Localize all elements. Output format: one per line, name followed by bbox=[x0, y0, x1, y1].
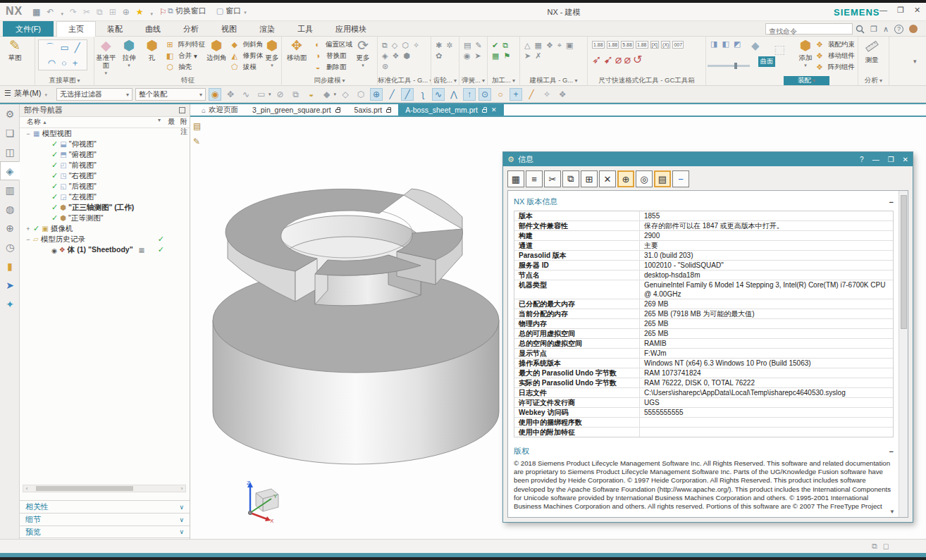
tree-item[interactable]: ◱ "后视图" bbox=[20, 181, 190, 192]
minimize-ribbon-icon[interactable]: ∧ bbox=[883, 25, 889, 34]
paste-icon[interactable]: ⊞ bbox=[581, 170, 598, 187]
ribbon-tab[interactable]: 装配 bbox=[96, 21, 134, 37]
scroll-right-icon[interactable]: › bbox=[178, 485, 185, 492]
dim-format-chip[interactable]: 1.88 bbox=[592, 41, 605, 49]
dim-format-icon[interactable]: ↺ bbox=[633, 53, 642, 66]
check-icon[interactable] bbox=[51, 182, 58, 191]
measure-button[interactable]: 测量 bbox=[858, 37, 885, 63]
group-label-standardize[interactable]: 标准化工具 - G... bbox=[378, 76, 431, 85]
ribbon-tab[interactable]: 主页 bbox=[56, 21, 96, 37]
group-label-modeling-tools[interactable]: 建模工具 - G... bbox=[520, 76, 587, 85]
ribbon-tab[interactable]: 应用模块 bbox=[324, 21, 378, 37]
surface-mode-chip[interactable]: 曲面 bbox=[758, 56, 775, 67]
center-snap-icon[interactable]: ⊙ bbox=[479, 88, 491, 101]
roles-icon[interactable]: ✦ bbox=[0, 294, 20, 313]
standardize-tool-icon[interactable]: ⬡ bbox=[402, 41, 409, 50]
search-icon[interactable] bbox=[856, 25, 865, 34]
undo-icon[interactable]: ↶ bbox=[47, 6, 54, 18]
wireframe-icon[interactable]: ◇ bbox=[339, 88, 352, 101]
sketch-tool-icon[interactable]: ○ bbox=[61, 58, 67, 68]
select-lasso-icon[interactable]: ∿ bbox=[240, 88, 252, 101]
select-group-icon[interactable]: ⧉ bbox=[290, 88, 302, 101]
caret-icon[interactable] bbox=[60, 6, 63, 18]
dim-format-chip[interactable]: 5.88 bbox=[621, 41, 634, 49]
caret-icon[interactable]: ▾ bbox=[334, 92, 337, 97]
line-snap-icon[interactable]: ╱ bbox=[385, 88, 398, 101]
replace-face-button[interactable]: ◑替换面 bbox=[311, 50, 352, 61]
modeling-tool-icon[interactable]: △ bbox=[524, 41, 530, 50]
ribbon-overflow-icon[interactable]: ▾ bbox=[913, 58, 917, 65]
snap-options-icon[interactable]: ◆ bbox=[321, 88, 333, 101]
standardize-tool-icon[interactable]: ✧ bbox=[413, 41, 419, 50]
command-finder-icon[interactable]: ⚐ bbox=[159, 6, 167, 18]
dim-format-icon[interactable]: ⌀ bbox=[615, 53, 622, 66]
save-icon[interactable]: ▦ bbox=[507, 170, 524, 187]
section-collapse-icon[interactable]: − bbox=[889, 198, 894, 206]
machining-tool-icon[interactable]: ▦ bbox=[492, 51, 499, 61]
spline-snap-icon[interactable]: ∿ bbox=[432, 88, 445, 101]
group-label-gear[interactable]: 齿轮... bbox=[431, 76, 459, 85]
machining-tool-icon[interactable]: ⧉ bbox=[502, 41, 508, 50]
navigator-section-header[interactable]: 预览 bbox=[20, 525, 190, 538]
check-icon[interactable] bbox=[51, 213, 58, 223]
dialog-close-button[interactable]: ✕ bbox=[903, 156, 908, 163]
close-button[interactable]: ✕ bbox=[914, 6, 920, 15]
chamfer-button[interactable]: ◆倒斜角 bbox=[228, 39, 264, 50]
view-section-icon[interactable]: ◧ bbox=[722, 39, 729, 49]
save-icon[interactable]: ▦ bbox=[32, 6, 40, 18]
locate-in-window-icon[interactable]: ⊕ bbox=[617, 170, 634, 187]
gear-tool-icon[interactable]: ✿ bbox=[436, 51, 442, 61]
scrollbar-thumb[interactable] bbox=[36, 486, 133, 491]
selection-scope-dropdown[interactable]: 整个装配 bbox=[135, 88, 206, 101]
check-icon[interactable] bbox=[51, 171, 58, 180]
modeling-tool-icon[interactable]: ⌖ bbox=[557, 41, 562, 50]
tree-item[interactable]: − ▱ 模型历史记录 bbox=[20, 234, 190, 244]
process-studio-icon[interactable]: ▮ bbox=[0, 256, 20, 275]
redo-icon[interactable]: ↷ bbox=[70, 6, 77, 18]
move-component-button[interactable]: ❖移动组件 bbox=[813, 50, 857, 61]
spring-tool-icon[interactable]: ▤ bbox=[464, 41, 471, 50]
document-tab[interactable]: 3_pin_green_square.prt bbox=[245, 104, 347, 116]
column-mid[interactable]: 最 bbox=[168, 117, 175, 127]
group-label-direct-sketch[interactable]: 直接草图 bbox=[35, 76, 94, 85]
standardize-tool-icon[interactable]: ⬢ bbox=[403, 51, 410, 61]
polyline-snap-icon[interactable]: ⋀ bbox=[447, 88, 460, 101]
ribbon-tab[interactable]: 渲染 bbox=[248, 21, 286, 37]
minimize-button[interactable]: — bbox=[879, 6, 887, 15]
copy-icon[interactable]: ⧉ bbox=[562, 170, 579, 187]
tangent-snap-icon[interactable]: ╱ bbox=[525, 88, 538, 101]
document-tab[interactable]: A-boss_sheet_mm.prt ✕ bbox=[398, 104, 503, 116]
check-icon[interactable] bbox=[51, 203, 58, 212]
window-menu-button[interactable]: ▢ 窗口 bbox=[216, 6, 247, 16]
history-icon[interactable]: ◷ bbox=[0, 237, 20, 256]
group-label-assembly[interactable]: 装配 bbox=[784, 76, 829, 85]
modeling-tool-icon[interactable]: ▣ bbox=[566, 41, 573, 50]
orientation-triad[interactable]: Z Y X bbox=[235, 478, 285, 523]
point-icon[interactable]: ✧ bbox=[541, 88, 553, 101]
tree-expander-icon[interactable]: − bbox=[25, 130, 31, 137]
document-tab[interactable]: 5axis.prt bbox=[347, 104, 399, 116]
radio-icon[interactable] bbox=[51, 246, 57, 254]
tree-expander-icon[interactable]: + bbox=[25, 225, 31, 232]
sketch-tool-icon[interactable]: ╱ bbox=[75, 42, 80, 53]
window-snapshot-icon[interactable]: ⧉ bbox=[872, 542, 877, 551]
spring-tool-icon[interactable]: ◉ bbox=[464, 51, 471, 61]
pattern-component-button[interactable]: ❖阵列组件 bbox=[813, 61, 857, 73]
ribbon-tab[interactable]: 分析 bbox=[172, 21, 210, 37]
dialog-minimize-button[interactable]: — bbox=[872, 156, 879, 163]
constraint-navigator-icon[interactable]: ◫ bbox=[0, 142, 20, 161]
gear-icon[interactable]: ⚙ bbox=[0, 104, 20, 123]
dim-format-icon[interactable]: ➹ bbox=[603, 53, 612, 66]
group-label-dim-format[interactable]: 尺寸快速格式化工具 - GC工具箱 bbox=[588, 76, 705, 85]
tree-item[interactable]: ⬢ "正等测图" bbox=[20, 213, 190, 223]
dim-format-chip[interactable]: 1.88 bbox=[636, 41, 648, 49]
deselect-icon[interactable]: ⊘ bbox=[274, 88, 287, 101]
cut-icon[interactable]: ✂ bbox=[544, 170, 561, 187]
modeling-tool-icon[interactable]: ➤ bbox=[524, 51, 531, 61]
tree-item[interactable]: ◲ "左视图" bbox=[20, 192, 190, 202]
touch-mode-icon[interactable]: ⊕ bbox=[123, 6, 130, 18]
print-icon[interactable]: ≡ bbox=[526, 170, 543, 187]
check-icon[interactable] bbox=[51, 150, 58, 159]
ribbon-tab[interactable]: 曲线 bbox=[134, 21, 172, 37]
standardize-tool-icon[interactable]: ◈ bbox=[382, 51, 388, 61]
